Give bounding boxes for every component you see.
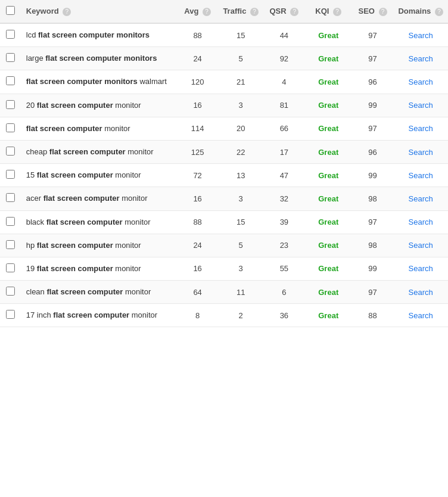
row-domains: Search: [393, 281, 448, 304]
keyword-info-icon[interactable]: ?: [63, 8, 71, 16]
row-keyword: hp flat screen computer monitor: [21, 234, 177, 257]
row-traffic: 13: [218, 164, 263, 187]
row-traffic: 3: [218, 257, 263, 280]
search-link[interactable]: Search: [409, 124, 433, 133]
table-row: clean flat screen computer monitor64116G…: [0, 281, 448, 304]
row-domains: Search: [393, 234, 448, 257]
header-keyword: Keyword ?: [21, 0, 177, 23]
row-avg: 16: [177, 187, 219, 210]
row-seo: 97: [352, 47, 394, 70]
search-link[interactable]: Search: [409, 264, 433, 273]
keyword-table-container: Keyword ? Avg ? Traffic ? QSR ? KQI ?: [0, 0, 448, 327]
keyword-bold-part: flat screen computer: [49, 147, 126, 156]
search-link[interactable]: Search: [409, 54, 433, 63]
search-link[interactable]: Search: [409, 31, 433, 40]
row-avg: 16: [177, 257, 219, 280]
row-keyword: 15 flat screen computer monitor: [21, 164, 177, 187]
row-keyword: black flat screen computer monitor: [21, 210, 177, 234]
row-qsr: 4: [263, 70, 305, 94]
row-traffic: 5: [218, 47, 263, 70]
row-domains: Search: [393, 70, 448, 94]
row-checkbox-cell: [0, 23, 21, 47]
keyword-suffix-part: monitor: [123, 287, 151, 296]
row-keyword: acer flat screen computer monitor: [21, 187, 177, 210]
row-checkbox[interactable]: [6, 123, 15, 132]
row-avg: 88: [177, 23, 219, 47]
row-kqi: Great: [305, 117, 352, 140]
row-traffic: 22: [218, 140, 263, 163]
kqi-info-icon[interactable]: ?: [333, 8, 341, 16]
row-checkbox[interactable]: [6, 240, 15, 249]
search-link[interactable]: Search: [409, 288, 433, 297]
domains-info-icon[interactable]: ?: [435, 8, 443, 16]
row-seo: 99: [352, 94, 394, 117]
keyword-normal-part: lcd: [26, 30, 38, 39]
row-checkbox-cell: [0, 47, 21, 70]
row-checkbox[interactable]: [6, 193, 15, 202]
traffic-info-icon[interactable]: ?: [250, 8, 259, 16]
keyword-normal-part: 15: [26, 170, 37, 179]
header-qsr: QSR ?: [263, 0, 305, 23]
row-checkbox[interactable]: [6, 76, 15, 85]
row-domains: Search: [393, 23, 448, 47]
row-checkbox[interactable]: [6, 263, 15, 272]
row-traffic: 2: [218, 304, 263, 327]
keyword-suffix-part: monitor: [129, 310, 157, 319]
keyword-suffix-part: monitor: [113, 170, 141, 179]
row-kqi: Great: [305, 70, 352, 94]
row-checkbox[interactable]: [6, 100, 15, 109]
header-checkbox-cell: [0, 0, 21, 23]
search-link[interactable]: Search: [409, 241, 433, 250]
row-avg: 120: [177, 70, 219, 94]
row-checkbox[interactable]: [6, 217, 15, 226]
row-checkbox[interactable]: [6, 287, 15, 296]
row-checkbox[interactable]: [6, 147, 15, 156]
row-traffic: 15: [218, 210, 263, 234]
row-checkbox[interactable]: [6, 53, 15, 62]
header-seo-label: SEO: [359, 7, 375, 15]
keyword-suffix-part: monitor: [113, 101, 141, 110]
row-avg: 8: [177, 304, 219, 327]
row-qsr: 47: [263, 164, 305, 187]
row-checkbox[interactable]: [6, 310, 15, 319]
row-avg: 88: [177, 210, 219, 234]
table-row: flat screen computer monitors walmart120…: [0, 70, 448, 94]
search-link[interactable]: Search: [409, 101, 433, 110]
row-kqi: Great: [305, 257, 352, 280]
search-link[interactable]: Search: [409, 77, 433, 86]
table-row: large flat screen computer monitors24592…: [0, 47, 448, 70]
qsr-info-icon[interactable]: ?: [290, 8, 298, 16]
row-kqi: Great: [305, 210, 352, 234]
seo-info-icon[interactable]: ?: [379, 8, 387, 16]
row-domains: Search: [393, 94, 448, 117]
search-link[interactable]: Search: [409, 171, 433, 180]
row-kqi: Great: [305, 281, 352, 304]
row-checkbox[interactable]: [6, 30, 15, 39]
keyword-suffix-part: monitor: [120, 194, 148, 203]
keyword-bold-part: flat screen computer: [46, 218, 123, 226]
row-seo: 96: [352, 70, 394, 94]
keyword-bold-part: flat screen computer: [43, 194, 120, 203]
avg-info-icon[interactable]: ?: [203, 8, 211, 16]
search-link[interactable]: Search: [409, 218, 433, 226]
header-domains-label: Domains: [398, 7, 431, 15]
search-link[interactable]: Search: [409, 148, 433, 157]
row-keyword: clean flat screen computer monitor: [21, 281, 177, 304]
row-domains: Search: [393, 117, 448, 140]
row-checkbox-cell: [0, 140, 21, 163]
select-all-checkbox[interactable]: [6, 6, 15, 15]
row-qsr: 92: [263, 47, 305, 70]
row-traffic: 15: [218, 23, 263, 47]
row-kqi: Great: [305, 187, 352, 210]
header-avg-label: Avg: [184, 7, 198, 15]
row-qsr: 23: [263, 234, 305, 257]
search-link[interactable]: Search: [409, 311, 433, 320]
table-row: 20 flat screen computer monitor16381Grea…: [0, 94, 448, 117]
search-link[interactable]: Search: [409, 194, 433, 203]
row-checkbox[interactable]: [6, 170, 15, 179]
table-row: black flat screen computer monitor881539…: [0, 210, 448, 234]
row-qsr: 32: [263, 187, 305, 210]
table-row: 19 flat screen computer monitor16355Grea…: [0, 257, 448, 280]
row-seo: 97: [352, 210, 394, 234]
row-keyword: flat screen computer monitor: [21, 117, 177, 140]
